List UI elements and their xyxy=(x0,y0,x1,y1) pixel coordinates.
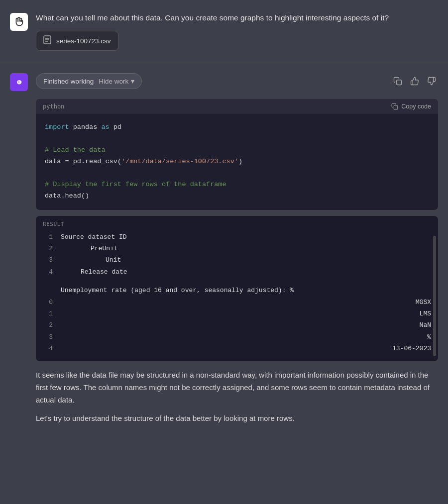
row-num: 4 xyxy=(43,266,53,278)
table-row: 0 MGSX xyxy=(43,297,431,308)
code-block-header: python Copy code xyxy=(36,99,438,114)
result-label: RESULT xyxy=(36,216,438,229)
row-val: LMS xyxy=(232,308,431,319)
assistant-header: Finished working Hide work ▾ xyxy=(10,73,438,91)
table-row: 1 LMS xyxy=(43,308,431,319)
chevron-down-icon: ▾ xyxy=(131,77,134,85)
result-scrollbar[interactable] xyxy=(433,236,436,357)
row-val: Release date xyxy=(81,266,127,278)
row-num xyxy=(43,285,53,296)
assistant-message-section: Finished working Hide work ▾ xyxy=(0,63,448,440)
row-header-val: Unemployment rate (aged 16 and over, sea… xyxy=(61,285,294,296)
user-message-section: What can you tell me about this data. Ca… xyxy=(0,0,448,63)
thumbs-down-icon xyxy=(427,77,436,86)
table-header-row: Unemployment rate (aged 16 and over, sea… xyxy=(43,285,431,296)
row-num: 1 xyxy=(43,308,53,319)
prose-paragraph-2: Let's try to understand the structure of… xyxy=(36,412,438,431)
code-lang-label: python xyxy=(43,103,64,110)
svg-rect-6 xyxy=(394,105,398,109)
file-icon xyxy=(43,35,51,46)
hide-work-label: Hide work xyxy=(99,78,128,85)
thumbs-down-button[interactable] xyxy=(425,75,438,88)
row-num: 2 xyxy=(43,243,53,254)
svg-rect-5 xyxy=(397,80,402,85)
row-val: MGSX xyxy=(232,297,431,308)
copy-code-icon xyxy=(391,103,398,110)
row-num: 1 xyxy=(43,231,53,243)
row-val: Source dataset ID xyxy=(61,231,127,243)
action-icons xyxy=(391,75,438,88)
thumbs-up-button[interactable] xyxy=(408,75,421,88)
table-row: 4 Release date xyxy=(43,266,431,278)
row-val: 13-06-2023 xyxy=(232,343,431,354)
file-attachment[interactable]: series-100723.csv xyxy=(36,31,118,51)
claude-icon xyxy=(13,77,24,88)
user-message-text: What can you tell me about this data. Ca… xyxy=(36,12,438,24)
row-num: 2 xyxy=(43,319,53,331)
row-num: 0 xyxy=(43,297,53,308)
prose-paragraph-1: It seems like the data file may be struc… xyxy=(36,369,438,412)
assistant-avatar xyxy=(10,73,28,91)
row-val: Unit xyxy=(106,254,121,266)
user-message-content: What can you tell me about this data. Ca… xyxy=(36,12,438,51)
table-row: 3 Unit xyxy=(43,254,431,266)
finished-working-pill[interactable]: Finished working Hide work ▾ xyxy=(36,73,142,89)
table-row: 2 NaN xyxy=(43,319,431,331)
user-avatar xyxy=(10,13,28,31)
copy-code-label: Copy code xyxy=(401,103,431,110)
table-row: 2 PreUnit xyxy=(43,243,431,254)
assistant-controls: Finished working Hide work ▾ xyxy=(36,73,438,89)
table-row: 4 13-06-2023 xyxy=(43,343,431,354)
result-table: 1 Source dataset ID 2 PreUnit 3 Unit 4 R… xyxy=(36,229,438,362)
code-content: import pandas as pd # Load the data data… xyxy=(36,114,438,210)
result-block: RESULT 1 Source dataset ID 2 PreUnit 3 U… xyxy=(36,216,438,362)
copy-button[interactable] xyxy=(391,75,404,88)
copy-code-button[interactable]: Copy code xyxy=(391,103,431,110)
code-block: python Copy code import pandas as pd # L… xyxy=(36,99,438,210)
table-row: 1 Source dataset ID xyxy=(43,231,431,243)
finished-working-label: Finished working xyxy=(43,78,94,85)
row-val: % xyxy=(232,331,431,343)
row-val: NaN xyxy=(232,319,431,331)
row-val: PreUnit xyxy=(91,243,118,254)
copy-icon xyxy=(393,77,402,86)
row-num: 3 xyxy=(43,331,53,343)
thumbs-up-icon xyxy=(410,77,419,86)
hide-work-button[interactable]: Hide work ▾ xyxy=(99,77,134,85)
hand-icon xyxy=(13,16,24,27)
row-num: 4 xyxy=(43,343,53,354)
filename-label: series-100723.csv xyxy=(56,37,111,45)
table-row: 3 % xyxy=(43,331,431,343)
content-area: python Copy code import pandas as pd # L… xyxy=(36,99,438,430)
row-num: 3 xyxy=(43,254,53,266)
